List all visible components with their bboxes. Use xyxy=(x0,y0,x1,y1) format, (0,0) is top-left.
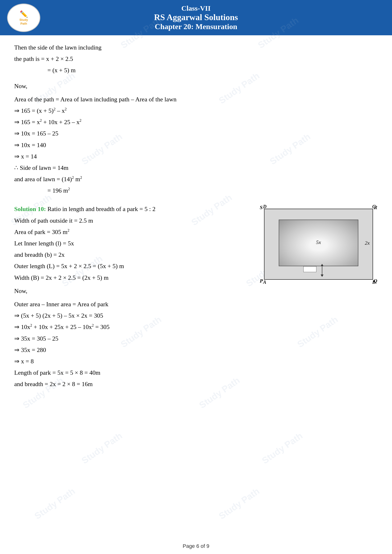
solution-label: Solution 10: xyxy=(14,206,46,213)
line-eq5: ⇒ x = 14 xyxy=(14,151,378,162)
arrow-head-down xyxy=(321,275,323,277)
logo-study: Study xyxy=(20,18,28,21)
watermark: Study Path xyxy=(33,486,77,521)
page-number: Page 6 of 9 xyxy=(183,543,210,549)
header-class: Class-VII xyxy=(2,4,390,12)
watermark: Study Path xyxy=(217,486,261,521)
main-content: Then the side of the lawn including the … xyxy=(0,35,392,405)
line-eq3: ⇒ 10x = 165 – 25 xyxy=(14,128,378,139)
line-eq4: ⇒ 10x = 140 xyxy=(14,140,378,150)
page-footer: Page 6 of 9 xyxy=(0,543,392,549)
s10-eq4: ⇒ 35x = 280 xyxy=(14,345,378,355)
label-5x: 5x xyxy=(316,239,321,245)
s10-outer: Outer area – Inner area = Area of park xyxy=(14,299,378,310)
content-inner: Then the side of the lawn including the … xyxy=(14,42,378,390)
pen-icon: ✏️ xyxy=(20,10,28,18)
s10-length: Length of park = 5x = 5 × 8 = 40m xyxy=(14,367,378,378)
line-now: Now, xyxy=(14,81,378,91)
header-chapter: Chapter 20: Mensuration xyxy=(2,22,390,31)
logo-path: Path xyxy=(20,22,27,25)
line-area1: and area of lawn = (14)2 m2 xyxy=(14,174,378,185)
label-A: A xyxy=(263,279,266,285)
logo-container: ✏️ Study Path xyxy=(5,2,43,33)
arrow-head-up xyxy=(321,264,323,266)
line-3: = (x + 5) m xyxy=(47,65,378,76)
s10-eq1: ⇒ (5x + 5) (2x + 5) – 5x × 2x = 305 xyxy=(14,311,378,321)
arrow-line xyxy=(322,266,322,275)
watermark: Study Path xyxy=(260,431,304,466)
watermark: Study Path xyxy=(80,431,124,466)
label-2x: 2x xyxy=(365,240,370,246)
page-header: ✏️ Study Path Class-VII RS Aggarwal Solu… xyxy=(0,0,392,35)
line-side: ∴ Side of lawn = 14m xyxy=(14,163,378,173)
line-eq1: ⇒ 165 = (x + 5)2 – x2 xyxy=(14,106,378,116)
diagram: 5x 2x D C xyxy=(259,204,378,284)
s10-eq2: ⇒ 10x2 + 10x + 25x + 25 – 10x2 = 305 xyxy=(14,322,378,332)
diagram-wrapper: 5x 2x D C xyxy=(259,204,378,284)
line-area-path: Area of the path = Area of lawn includin… xyxy=(14,94,378,105)
line-eq2: ⇒ 165 = x2 + 10x + 25 – x2 xyxy=(14,117,378,127)
s10-now: Now, xyxy=(14,286,378,296)
inner-rect: 5x 2x xyxy=(279,220,358,266)
label-Q: Q xyxy=(373,278,377,284)
label-D: D xyxy=(263,204,266,209)
label-R: R xyxy=(374,204,377,211)
logo: ✏️ Study Path xyxy=(7,4,40,32)
line-2: the path is = x + 2 × 2.5 xyxy=(14,54,378,64)
line-1: Then the side of the lawn including xyxy=(14,42,378,53)
label-S: S xyxy=(260,204,263,211)
s10-eq3: ⇒ 35x = 305 – 25 xyxy=(14,333,378,344)
label-P: P xyxy=(260,278,263,284)
header-title: RS Aggarwal Solutions xyxy=(2,12,390,22)
solution10-section: 5x 2x D C xyxy=(14,204,378,390)
logo-text: Study Path xyxy=(20,18,28,25)
outer-rect: 5x 2x D C xyxy=(264,209,373,280)
s10-breadth: and breadth = 2x = 2 × 8 = 16m xyxy=(14,379,378,389)
s10-eq5: ⇒ x = 8 xyxy=(14,356,378,367)
line-area2: = 196 m2 xyxy=(47,186,378,196)
white-rect xyxy=(303,266,316,272)
arrow-vertical xyxy=(321,264,323,277)
